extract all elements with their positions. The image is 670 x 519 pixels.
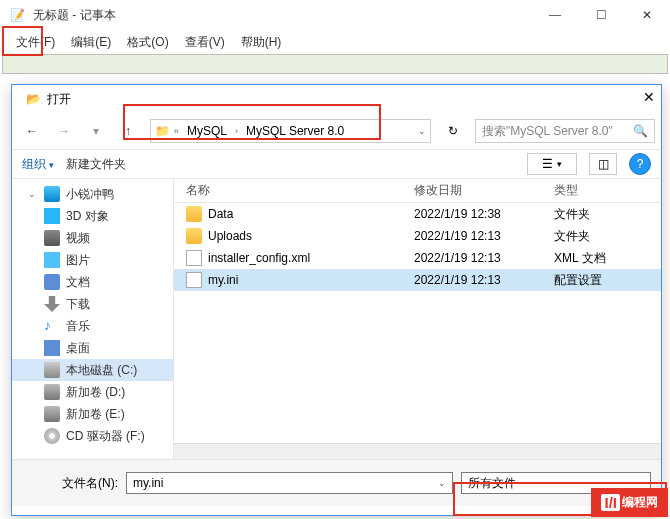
menu-help[interactable]: 帮助(H) <box>233 32 290 53</box>
chevron-down-icon[interactable]: ⌄ <box>438 478 446 488</box>
monitor-icon <box>44 186 60 202</box>
column-date[interactable]: 修改日期 <box>414 182 554 199</box>
chevron-down-icon[interactable]: ⌄ <box>418 126 426 136</box>
document-icon <box>44 274 60 290</box>
dialog-title: 打开 <box>47 91 71 108</box>
menu-file[interactable]: 文件(F) <box>8 32 63 53</box>
organize-menu[interactable]: 组织 ▾ <box>22 156 54 173</box>
sidebar: ⌄小锐冲鸭 3D 对象 视频 图片 文档 下载 ♪音乐 桌面 本地磁盘 (C:)… <box>12 179 174 459</box>
file-row[interactable]: Data 2022/1/19 12:38 文件夹 <box>174 203 661 225</box>
view-list-icon: ☰ <box>542 157 553 171</box>
notepad-textarea[interactable] <box>2 54 668 74</box>
dialog-close-button[interactable]: ✕ <box>643 89 655 105</box>
chevron-down-icon: ▾ <box>49 160 54 170</box>
filename-input[interactable]: my.ini ⌄ <box>126 472 453 494</box>
file-row[interactable]: Uploads 2022/1/19 12:13 文件夹 <box>174 225 661 247</box>
download-icon <box>44 296 60 312</box>
sidebar-item-cd-f[interactable]: CD 驱动器 (F:) <box>12 425 173 447</box>
sidebar-item-disk-e[interactable]: 新加卷 (E:) <box>12 403 173 425</box>
file-list-header: 名称 修改日期 类型 <box>174 179 661 203</box>
cd-icon <box>44 428 60 444</box>
sidebar-item-documents[interactable]: 文档 <box>12 271 173 293</box>
sidebar-item-music[interactable]: ♪音乐 <box>12 315 173 337</box>
logo-text: 编程网 <box>622 494 658 511</box>
ini-file-icon <box>186 272 202 288</box>
folder-icon <box>186 228 202 244</box>
maximize-button[interactable]: ☐ <box>578 0 624 30</box>
menu-format[interactable]: 格式(O) <box>119 32 176 53</box>
drive-icon <box>44 384 60 400</box>
music-icon: ♪ <box>44 318 60 334</box>
minimize-button[interactable]: — <box>532 0 578 30</box>
breadcrumb[interactable]: 📁 « MySQL › MySQL Server 8.0 ⌄ <box>150 119 431 143</box>
sidebar-item-3d[interactable]: 3D 对象 <box>12 205 173 227</box>
breadcrumb-seg-server[interactable]: MySQL Server 8.0 <box>242 124 348 138</box>
chevron-right-icon: › <box>235 126 238 136</box>
nav-back-button[interactable]: ← <box>18 119 46 143</box>
notepad-title: 无标题 - 记事本 <box>33 7 116 24</box>
file-row[interactable]: my.ini 2022/1/19 12:13 配置设置 <box>174 269 661 291</box>
picture-icon <box>44 252 60 268</box>
cube-icon <box>44 208 60 224</box>
new-folder-button[interactable]: 新建文件夹 <box>66 156 126 173</box>
view-options-button[interactable]: ☰▾ <box>527 153 577 175</box>
sidebar-item-pictures[interactable]: 图片 <box>12 249 173 271</box>
refresh-button[interactable]: ↻ <box>439 119 467 143</box>
sidebar-item-desktop[interactable]: 桌面 <box>12 337 173 359</box>
filename-label: 文件名(N): <box>22 475 118 492</box>
notepad-icon: 📝 <box>10 8 25 22</box>
menu-view[interactable]: 查看(V) <box>177 32 233 53</box>
disk-icon <box>44 362 60 378</box>
watermark-logo: I/I 编程网 <box>591 488 668 517</box>
sidebar-item-disk-d[interactable]: 新加卷 (D:) <box>12 381 173 403</box>
nav-up-button[interactable]: ↑ <box>114 119 142 143</box>
chevron-left-icon: « <box>174 126 179 136</box>
file-row[interactable]: installer_config.xml 2022/1/19 12:13 XML… <box>174 247 661 269</box>
xml-file-icon <box>186 250 202 266</box>
preview-pane-button[interactable]: ◫ <box>589 153 617 175</box>
sidebar-item-computer[interactable]: ⌄小锐冲鸭 <box>12 183 173 205</box>
open-dialog: 📂 打开 ✕ ← → ▾ ↑ 📁 « MySQL › MySQL Server … <box>11 84 662 516</box>
help-button[interactable]: ? <box>629 153 651 175</box>
sidebar-item-videos[interactable]: 视频 <box>12 227 173 249</box>
menu-edit[interactable]: 编辑(E) <box>63 32 119 53</box>
logo-mark: I/I <box>601 494 620 511</box>
folder-open-icon: 📂 <box>26 92 41 106</box>
breadcrumb-seg-mysql[interactable]: MySQL <box>183 124 231 138</box>
column-type[interactable]: 类型 <box>554 182 661 199</box>
video-icon <box>44 230 60 246</box>
horizontal-scrollbar[interactable] <box>174 443 661 459</box>
nav-forward-button[interactable]: → <box>50 119 78 143</box>
sidebar-item-downloads[interactable]: 下载 <box>12 293 173 315</box>
nav-recent-button[interactable]: ▾ <box>82 119 110 143</box>
close-button[interactable]: ✕ <box>624 0 670 30</box>
drive-icon <box>44 406 60 422</box>
sidebar-item-disk-c[interactable]: 本地磁盘 (C:) <box>12 359 173 381</box>
search-input[interactable]: 搜索"MySQL Server 8.0" 🔍 <box>475 119 655 143</box>
search-icon: 🔍 <box>633 124 648 138</box>
desktop-icon <box>44 340 60 356</box>
folder-icon: 📁 <box>155 124 170 138</box>
folder-icon <box>186 206 202 222</box>
column-name[interactable]: 名称 <box>174 182 414 199</box>
search-placeholder: 搜索"MySQL Server 8.0" <box>482 123 633 140</box>
